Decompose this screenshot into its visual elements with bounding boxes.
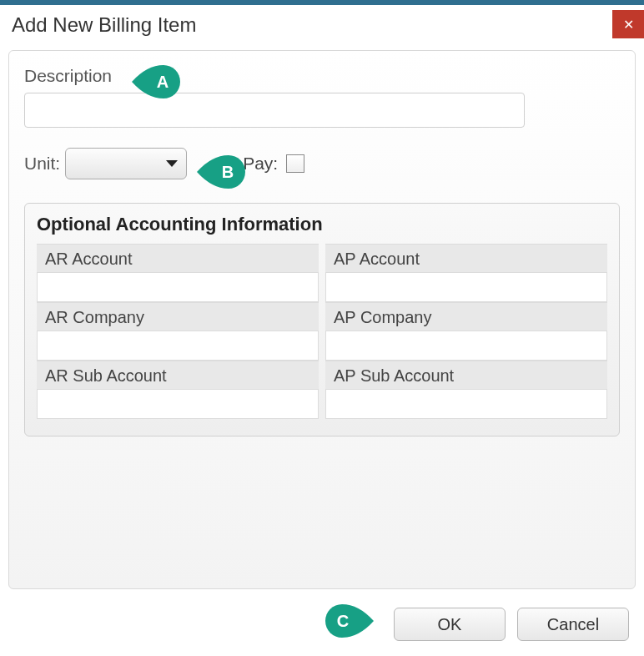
unit-dropdown[interactable] (65, 148, 187, 179)
unit-row: Unit: -Pay: (24, 148, 620, 179)
close-icon: ✕ (623, 17, 634, 33)
ar-sub-account-input[interactable] (37, 389, 319, 419)
close-button[interactable]: ✕ (612, 10, 644, 38)
ap-company-input[interactable] (325, 331, 607, 361)
ok-button[interactable]: OK (394, 608, 506, 641)
ar-account-input[interactable] (37, 272, 319, 302)
ap-account-input[interactable] (325, 272, 607, 302)
accounting-group: Optional Accounting Information AR Accou… (24, 203, 620, 436)
callout-c: C (324, 604, 374, 638)
ar-sub-account-label: AR Sub Account (37, 361, 319, 389)
accounting-grid: AR Account AP Account AR Company AP Comp… (37, 244, 607, 419)
unit-label: Unit: (24, 154, 60, 174)
ap-company-label: AP Company (325, 302, 607, 331)
cancel-button[interactable]: Cancel (517, 608, 629, 641)
accounting-group-title: Optional Accounting Information (37, 214, 607, 235)
ap-sub-account-label: AP Sub Account (325, 361, 607, 389)
pay-checkbox[interactable] (286, 154, 304, 173)
ar-account-label: AR Account (37, 244, 319, 272)
pay-label: -Pay: (237, 154, 278, 174)
ar-company-label: AR Company (37, 302, 319, 331)
ar-company-input[interactable] (37, 331, 319, 361)
description-label: Description (24, 66, 620, 86)
ap-account-label: AP Account (325, 244, 607, 272)
dialog-button-row: OK Cancel (394, 608, 629, 641)
window-title: Add New Billing Item (12, 13, 196, 37)
ap-sub-account-input[interactable] (325, 389, 607, 419)
chevron-down-icon (166, 160, 178, 167)
form-panel: Description Unit: -Pay: Optional Account… (8, 50, 636, 589)
description-input[interactable] (24, 93, 525, 128)
title-bar: Add New Billing Item ✕ (0, 5, 644, 38)
